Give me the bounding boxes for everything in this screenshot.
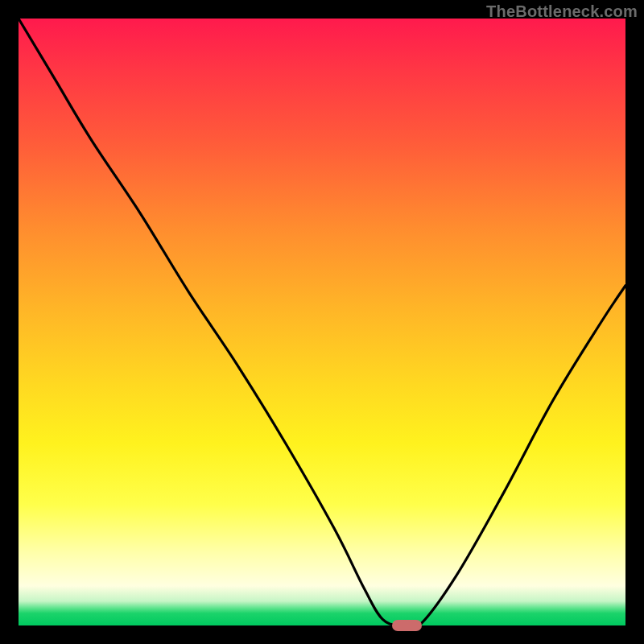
watermark-text: TheBottleneck.com — [486, 2, 638, 21]
chart-frame: TheBottleneck.com — [0, 0, 644, 644]
bottleneck-curve — [19, 19, 625, 625]
optimal-marker — [392, 620, 423, 631]
